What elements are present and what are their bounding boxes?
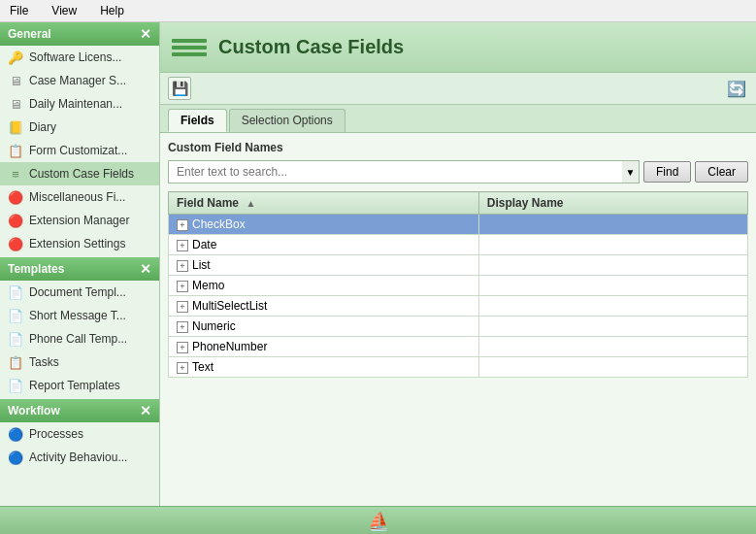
search-dropdown-button[interactable]: ▼ <box>622 160 640 184</box>
column-display-name: Display Name <box>478 192 747 215</box>
table-row[interactable]: +CheckBox <box>169 215 748 235</box>
expand-icon[interactable]: + <box>177 240 188 251</box>
extension-icon: 🔴 <box>8 213 23 228</box>
tasks-icon: 📋 <box>8 354 23 370</box>
expand-icon[interactable]: + <box>177 342 188 353</box>
table-row[interactable]: +MultiSelectList <box>169 296 748 317</box>
table-cell-field-name: +List <box>169 255 479 276</box>
sidebar-section-workflow-header[interactable]: Workflow ✕ <box>0 399 159 422</box>
process-icon: 🔵 <box>8 426 23 442</box>
refresh-button[interactable]: 🔄 <box>725 77 748 100</box>
sidebar-item-short-message[interactable]: 📄 Short Message T... <box>0 304 159 327</box>
menubar: File View Help <box>0 0 756 22</box>
table-cell-field-name: +PhoneNumber <box>169 337 479 357</box>
sidebar-item-miscellaneous[interactable]: 🔴 Miscellaneous Fi... <box>0 185 159 209</box>
table-cell-field-name: +MultiSelectList <box>169 296 479 317</box>
sidebar-item-form-customization[interactable]: 📋 Form Customizat... <box>0 139 159 162</box>
table-row[interactable]: +PhoneNumber <box>169 337 748 357</box>
clear-button[interactable]: Clear <box>695 161 748 183</box>
sidebar-section-templates-close[interactable]: ✕ <box>140 261 151 277</box>
table-cell-display-name <box>478 255 747 276</box>
activity-icon: 🔵 <box>8 450 23 465</box>
expand-icon[interactable]: + <box>177 219 188 231</box>
boat-icon: ⛵ <box>368 511 389 532</box>
expand-icon[interactable]: + <box>177 301 188 313</box>
sidebar-item-activity-behaviors-label: Activity Behaviou... <box>29 451 127 464</box>
expand-icon[interactable]: + <box>177 281 188 292</box>
header-line-2 <box>172 46 207 50</box>
sidebar-item-software-license-label: Software Licens... <box>29 50 121 64</box>
table-cell-display-name <box>478 317 747 337</box>
table-row[interactable]: +Text <box>169 357 748 378</box>
menu-view[interactable]: View <box>46 2 82 19</box>
sidebar-item-activity-behaviors[interactable]: 🔵 Activity Behaviou... <box>0 446 159 469</box>
table-cell-display-name <box>478 235 747 255</box>
sidebar-item-report-templates[interactable]: 📄 Report Templates <box>0 374 159 397</box>
table-cell-display-name <box>478 357 747 378</box>
search-input[interactable] <box>168 160 622 184</box>
sidebar-item-processes[interactable]: 🔵 Processes <box>0 422 159 446</box>
bottom-bar: ⛵ <box>0 506 756 534</box>
sidebar-item-short-message-label: Short Message T... <box>29 309 126 322</box>
sidebar-section-templates: Templates ✕ 📄 Document Templ... 📄 Short … <box>0 257 159 397</box>
expand-icon[interactable]: + <box>177 362 188 374</box>
sidebar-item-extension-manager-label: Extension Manager <box>29 214 129 227</box>
table-cell-display-name <box>478 215 747 235</box>
sidebar-item-document-template[interactable]: 📄 Document Templ... <box>0 281 159 304</box>
save-button[interactable]: 💾 <box>168 77 191 100</box>
diary-icon: 📒 <box>8 119 23 135</box>
menu-help[interactable]: Help <box>94 2 130 19</box>
sidebar-item-document-template-label: Document Templ... <box>29 285 126 299</box>
table-cell-display-name <box>478 276 747 296</box>
table-cell-field-name: +Date <box>169 235 479 255</box>
find-button[interactable]: Find <box>643 161 691 183</box>
table-row[interactable]: +Date <box>169 235 748 255</box>
phone-icon: 📄 <box>8 331 23 347</box>
table-row[interactable]: +Memo <box>169 276 748 296</box>
section-title: Custom Field Names <box>168 141 748 154</box>
monitor2-icon: 🖥 <box>8 96 23 112</box>
page-header-icon <box>172 33 207 62</box>
header-line-3 <box>172 52 207 56</box>
sidebar-item-software-license[interactable]: 🔑 Software Licens... <box>0 46 159 69</box>
sidebar-item-custom-case-fields-label: Custom Case Fields <box>29 167 134 181</box>
table-row[interactable]: +List <box>169 255 748 276</box>
monitor-icon: 🖥 <box>8 73 23 88</box>
sidebar-item-custom-case-fields[interactable]: ≡ Custom Case Fields <box>0 162 159 185</box>
sidebar-item-phone-call[interactable]: 📄 Phone Call Temp... <box>0 327 159 350</box>
column-field-name: Field Name ▲ <box>169 192 479 215</box>
sidebar-item-daily-maintenance[interactable]: 🖥 Daily Maintenan... <box>0 92 159 116</box>
expand-icon[interactable]: + <box>177 321 188 333</box>
sidebar-section-general-label: General <box>8 27 51 41</box>
report-icon: 📄 <box>8 378 23 393</box>
misc-icon: 🔴 <box>8 189 23 205</box>
table-cell-field-name: +Numeric <box>169 317 479 337</box>
tab-selection-options[interactable]: Selection Options <box>229 109 345 132</box>
menu-file[interactable]: File <box>4 2 34 19</box>
sidebar-item-tasks-label: Tasks <box>29 355 59 369</box>
table-cell-field-name: +Memo <box>169 276 479 296</box>
table-cell-display-name <box>478 337 747 357</box>
table-row[interactable]: +Numeric <box>169 317 748 337</box>
sidebar-item-daily-maintenance-label: Daily Maintenan... <box>29 97 122 111</box>
refresh-icon: 🔄 <box>727 80 746 98</box>
sort-arrow-field-name: ▲ <box>246 198 255 209</box>
table-cell-display-name <box>478 296 747 317</box>
key-icon: 🔑 <box>8 50 23 65</box>
page-header: Custom Case Fields <box>160 22 756 73</box>
sidebar-item-extension-settings[interactable]: 🔴 Extension Settings <box>0 232 159 255</box>
sidebar-item-case-manager-s[interactable]: 🖥 Case Manager S... <box>0 69 159 92</box>
search-wrapper: ▼ <box>168 160 640 184</box>
sidebar-section-templates-header[interactable]: Templates ✕ <box>0 257 159 281</box>
header-line-1 <box>172 39 207 43</box>
sidebar-item-processes-label: Processes <box>29 427 83 441</box>
sidebar-item-case-manager-s-label: Case Manager S... <box>29 74 126 87</box>
sidebar-section-workflow-close[interactable]: ✕ <box>140 403 151 418</box>
sidebar-section-general-close[interactable]: ✕ <box>140 26 151 42</box>
sidebar-section-general-header[interactable]: General ✕ <box>0 22 159 46</box>
expand-icon[interactable]: + <box>177 260 188 272</box>
tab-fields[interactable]: Fields <box>168 109 227 132</box>
sidebar-item-tasks[interactable]: 📋 Tasks <box>0 350 159 374</box>
sidebar-item-extension-manager[interactable]: 🔴 Extension Manager <box>0 209 159 232</box>
sidebar-item-diary[interactable]: 📒 Diary <box>0 116 159 139</box>
